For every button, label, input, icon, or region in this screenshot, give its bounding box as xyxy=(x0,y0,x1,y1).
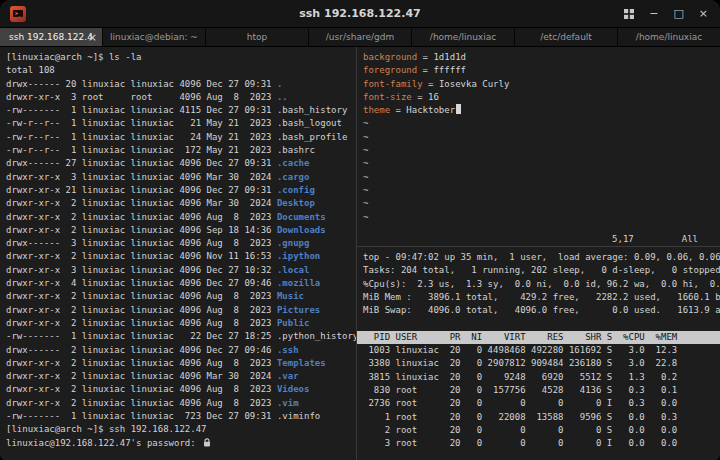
entry-name: .mozilla xyxy=(277,278,320,288)
vim-tilde-line: ~ xyxy=(357,117,720,130)
tile-grid-icon xyxy=(624,9,634,19)
config-key: font-family xyxy=(363,79,423,89)
file-entry-line: drwxr-xr-x 2 linuxiac linuxiac 4096 Aug … xyxy=(0,397,356,410)
top-monitor-pane[interactable]: top - 09:47:02 up 35 min, 1 user, load a… xyxy=(357,247,720,460)
file-entry-line: -rw-r--r-- 1 linuxiac linuxiac 21 May 21… xyxy=(0,117,356,130)
entry-name: .bash_history xyxy=(277,105,347,115)
window-controls: − □ × xyxy=(624,8,708,19)
equals-sign: = xyxy=(417,65,433,75)
tab-close-icon[interactable]: × xyxy=(88,31,97,44)
tab-label: /usr/share/gdm xyxy=(326,32,394,42)
process-row: 2736 root 20 0 0 0 0 I 0.3 0.0 xyxy=(357,397,720,410)
terminal-content: [linuxiac@arch ~]$ ls -latotal 108drwx--… xyxy=(0,47,720,460)
shell-command: ls -la xyxy=(109,52,142,62)
tab-5[interactable]: /home/linuxiac xyxy=(412,28,515,46)
process-row: 3380 linuxiac 20 0 2907812 909484 236180… xyxy=(357,357,720,370)
entry-name: Pictures xyxy=(277,305,320,315)
entry-meta: drwxr-xr-x 21 linuxiac linuxiac 4096 Dec… xyxy=(6,185,277,195)
entry-name: .bash_profile xyxy=(277,132,347,142)
file-entry-line: -rw-r--r-- 1 linuxiac linuxiac 24 May 21… xyxy=(0,131,356,144)
file-entry-line: -rw------- 1 linuxiac linuxiac 22 Dec 27… xyxy=(0,330,356,343)
tab-7[interactable]: /home/linuxiac xyxy=(618,28,720,46)
top-summary-line: Tasks: 204 total, 1 running, 202 sleep, … xyxy=(357,264,720,277)
config-line: background = 1d1d1d xyxy=(357,51,720,64)
terminal-window: >_ ssh 192.168.122.47 − □ × ssh 192.168.… xyxy=(0,0,720,460)
password-prompt-line: linuxiac@192.168.122.47's password: xyxy=(0,437,356,450)
config-key: background xyxy=(363,52,417,62)
entry-meta: drwxr-xr-x 2 linuxiac linuxiac 4096 Aug … xyxy=(6,305,277,315)
tab-2[interactable]: linuxiac@debian: ~ xyxy=(103,28,206,46)
vim-editor-pane[interactable]: background = 1d1d1dforeground = fffffffo… xyxy=(357,47,720,246)
vim-tilde-line: ~ xyxy=(357,197,720,210)
config-value: ffffff xyxy=(433,65,466,75)
top-summary-line: top - 09:47:02 up 35 min, 1 user, load a… xyxy=(357,251,720,264)
tab-6[interactable]: /etc/default xyxy=(515,28,618,46)
entry-name: .local xyxy=(277,265,310,275)
entry-name: Downloads xyxy=(277,225,326,235)
config-line: font-size = 16 xyxy=(357,91,720,104)
file-entry-line: drwxr-xr-x 2 linuxiac linuxiac 4096 Sep … xyxy=(0,224,356,237)
top-summary-line: MiB Mem : 3896.1 total, 429.2 free, 2282… xyxy=(357,291,720,304)
tab-label: ssh 192.168.122.4 xyxy=(9,32,93,42)
vim-tilde-line: ~ xyxy=(357,157,720,170)
file-entry-line: drwxr-xr-x 2 linuxiac linuxiac 4096 Aug … xyxy=(0,304,356,317)
terminal-prompt-glyph: >_ xyxy=(13,10,23,17)
tab-overview-icon[interactable] xyxy=(624,9,634,19)
config-key: foreground xyxy=(363,65,417,75)
config-line: theme = Hacktober xyxy=(357,104,720,117)
entry-meta: drwxr-xr-x 3 linuxiac linuxiac 4096 Dec … xyxy=(6,265,277,275)
entry-name: Videos xyxy=(277,384,310,394)
entry-name: .viminfo xyxy=(277,411,320,421)
terminal-app-icon: >_ xyxy=(10,6,26,22)
close-icon[interactable]: × xyxy=(699,8,708,19)
entry-meta: drwxr-xr-x 2 linuxiac linuxiac 4096 Sep … xyxy=(6,225,277,235)
minimize-icon[interactable]: − xyxy=(649,8,658,19)
shell-command: ssh 192.168.122.47 xyxy=(109,424,207,434)
file-entry-line: -rw-r--r-- 1 linuxiac linuxiac 172 May 2… xyxy=(0,144,356,157)
process-row: 3815 linuxiac 20 0 9248 6920 5512 S 1.3 … xyxy=(357,371,720,384)
entry-meta: drwx------ 3 linuxiac linuxiac 4096 Aug … xyxy=(6,238,277,248)
entry-name: Documents xyxy=(277,212,326,222)
tab-bar: ssh 192.168.122.4×linuxiac@debian: ~htop… xyxy=(0,28,720,47)
entry-name: Templates xyxy=(277,358,326,368)
config-line: foreground = ffffff xyxy=(357,64,720,77)
entry-meta: drwxr-xr-x 2 linuxiac linuxiac 4096 Aug … xyxy=(6,358,277,368)
entry-meta: drwxr-xr-x 2 linuxiac linuxiac 4096 Aug … xyxy=(6,318,277,328)
entry-meta: drwx------ 27 linuxiac linuxiac 4096 Dec… xyxy=(6,158,277,168)
tab-4[interactable]: /usr/share/gdm xyxy=(309,28,412,46)
password-prompt: linuxiac@192.168.122.47's password: xyxy=(6,438,201,448)
equals-sign: = xyxy=(412,92,428,102)
file-entry-line: drwxr-xr-x 2 linuxiac linuxiac 4096 Aug … xyxy=(0,357,356,370)
entry-meta: -rw------- 1 linuxiac linuxiac 723 Dec 2… xyxy=(6,411,277,421)
maximize-icon[interactable]: □ xyxy=(673,8,683,19)
top-summary-line: %Cpu(s): 2.3 us, 1.3 sy, 0.0 ni, 0.0 id,… xyxy=(357,278,720,291)
file-entry-line: drwxr-xr-x 21 linuxiac linuxiac 4096 Dec… xyxy=(0,184,356,197)
entry-name: .bashrc xyxy=(277,145,315,155)
entry-name: . xyxy=(277,79,282,89)
process-row: 2 root 20 0 0 0 0 S 0.0 0.0 xyxy=(357,424,720,437)
file-entry-line: drwxr-xr-x 2 linuxiac linuxiac 4096 Aug … xyxy=(0,290,356,303)
entry-meta: -rw------- 1 linuxiac linuxiac 22 Dec 27… xyxy=(6,331,277,341)
entry-name: .var xyxy=(277,371,299,381)
vim-tilde-line: ~ xyxy=(357,171,720,184)
entry-meta: -rw-r--r-- 1 linuxiac linuxiac 24 May 21… xyxy=(6,132,277,142)
entry-meta: drwxr-xr-x 2 linuxiac linuxiac 4096 Aug … xyxy=(6,212,277,222)
entry-meta: -rw-r--r-- 1 linuxiac linuxiac 172 May 2… xyxy=(6,145,277,155)
entry-name: Music xyxy=(277,291,304,301)
file-entry-line: drwxr-xr-x 2 linuxiac linuxiac 4096 Aug … xyxy=(0,317,356,330)
file-entry-line: drwx------ 20 linuxiac linuxiac 4096 Dec… xyxy=(0,78,356,91)
file-entry-line: -rw------- 1 linuxiac linuxiac 723 Dec 2… xyxy=(0,410,356,423)
equals-sign: = xyxy=(417,52,433,62)
file-entry-line: drwxr-xr-x 3 linuxiac linuxiac 4096 Mar … xyxy=(0,171,356,184)
config-value: 16 xyxy=(428,92,439,102)
title-bar[interactable]: >_ ssh 192.168.122.47 − □ × xyxy=(0,0,720,28)
vim-tilde-line: ~ xyxy=(357,184,720,197)
entry-name: .ipython xyxy=(277,251,320,261)
tab-1[interactable]: ssh 192.168.122.4× xyxy=(0,28,103,46)
tab-3[interactable]: htop xyxy=(206,28,309,46)
entry-name: .cache xyxy=(277,158,310,168)
terminal-pane-left[interactable]: [linuxiac@arch ~]$ ls -latotal 108drwx--… xyxy=(0,47,356,460)
config-value: Iosevka Curly xyxy=(439,79,509,89)
config-value: 1d1d1d xyxy=(433,52,466,62)
config-key: font-size xyxy=(363,92,412,102)
